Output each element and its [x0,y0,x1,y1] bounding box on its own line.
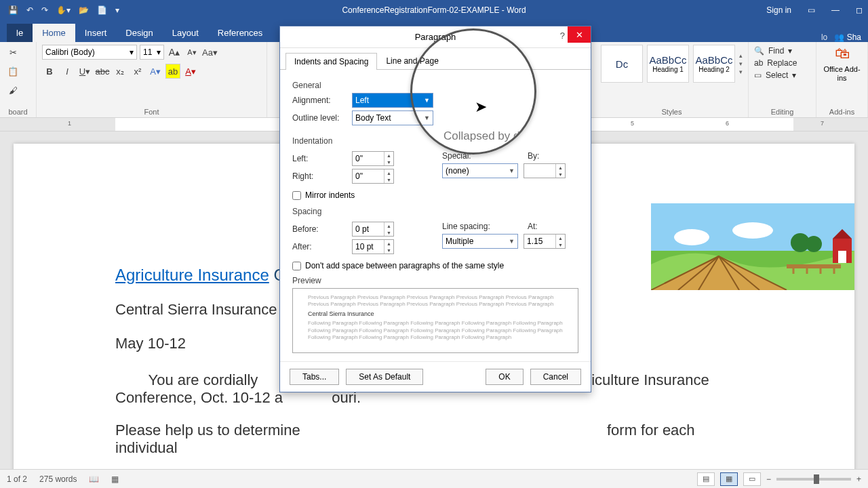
after-spinner[interactable]: 10 pt▲▼ [352,239,394,254]
font-name-combo[interactable]: Calibri (Body)▾ [42,45,137,60]
at-spinner[interactable]: 1.15▲▼ [524,234,566,249]
by-label: By: [528,151,555,161]
superscript-button[interactable]: x² [130,64,145,79]
indent-right-spinner[interactable]: 0"▲▼ [352,169,394,184]
indent-left-spinner[interactable]: 0"▲▼ [352,151,394,166]
outline-combo[interactable]: Body Text▼ [352,110,433,125]
addins-button[interactable]: Office Add-ins [822,65,862,83]
set-default-button[interactable]: Set As Default [346,369,423,385]
dialog-tab-linepage[interactable]: Line and Page [377,52,447,69]
special-combo[interactable]: (none)▼ [442,163,518,178]
zoom-in-button[interactable]: + [856,474,861,484]
help-icon[interactable]: ? [560,30,565,41]
signin-link[interactable]: Sign in [766,5,791,15]
style-box[interactable]: Dc [601,45,643,83]
tab-file[interactable]: le [7,24,33,42]
styles-more-icon[interactable]: ▾ [739,68,743,75]
page-count[interactable]: 1 of 2 [7,474,27,484]
group-styles-label: Styles [601,106,743,116]
cut-icon[interactable]: ✂ [5,45,20,60]
section-general: General [292,81,578,90]
styles-gallery[interactable]: Dc AaBbCcHeading 1 AaBbCcHeading 2 ▴▾▾ [601,45,743,83]
cancel-button[interactable]: Cancel [530,369,581,385]
bold-button[interactable]: B [42,64,57,79]
spellcheck-icon[interactable]: 📖 [89,474,99,484]
font-size-combo[interactable]: 11▾ [140,45,164,60]
linespacing-combo[interactable]: Multiple▼ [442,234,518,249]
indent-left-label: Left: [292,154,347,163]
style-box[interactable]: AaBbCcHeading 1 [647,45,689,83]
read-mode-button[interactable]: ▤ [697,472,715,486]
replace-button[interactable]: abReplace [754,57,810,69]
grow-font-icon[interactable]: A▴ [167,45,182,60]
section-preview: Preview [292,276,578,285]
subscript-button[interactable]: x₂ [113,64,127,79]
qat-dropdown-icon[interactable]: ▾ [115,5,119,15]
status-bar: 1 of 2 275 words 📖 ▦ ▤ ▦ ▭ − + [0,469,868,488]
italic-button[interactable]: I [60,64,75,79]
store-icon[interactable]: 🛍 [835,45,850,62]
underline-button[interactable]: U▾ [77,64,92,79]
document-paragraph[interactable]: Please help us to determine form for eac… [115,422,753,457]
group-addins-label: Add-ins [822,106,862,116]
open-icon[interactable]: 📂 [79,5,89,15]
tab-layout[interactable]: Layout [163,24,208,42]
ok-button[interactable]: OK [486,369,523,385]
chevron-down-icon: ▼ [509,167,515,174]
zoom-out-button[interactable]: − [766,474,771,484]
tab-insert[interactable]: Insert [75,24,117,42]
before-spinner[interactable]: 0 pt▲▼ [352,222,394,237]
styles-up-icon[interactable]: ▴ [739,52,743,59]
group-editing-label: Editing [754,106,810,116]
app-titlebar: 💾 ↶ ↷ ✋▾ 📂 📄 ▾ ConferenceRegistrationFor… [0,0,868,20]
tab-home[interactable]: Home [33,24,75,42]
text-effects-icon[interactable]: A▾ [148,64,163,79]
change-case-icon[interactable]: Aa▾ [202,45,217,60]
dont-add-space-checkbox[interactable] [292,262,301,270]
new-doc-icon[interactable]: 📄 [97,5,107,15]
copy-icon[interactable]: 📋 [5,64,20,79]
svg-point-7 [674,229,709,245]
font-color-icon[interactable]: A▾ [183,64,198,79]
after-label: After: [292,242,347,251]
word-count[interactable]: 275 words [39,474,77,484]
outline-label: Outline level: [292,113,347,123]
find-button[interactable]: 🔍Find ▾ [754,45,810,57]
zoom-slider[interactable] [776,478,851,481]
special-label: Special: [442,151,481,161]
minimize-icon[interactable]: — [831,5,840,15]
touch-mode-icon[interactable]: ✋▾ [56,5,71,15]
farm-illustration[interactable] [651,203,854,290]
ribbon-options-icon[interactable]: ▭ [808,5,815,15]
maximize-icon[interactable]: ◻ [856,5,863,15]
redo-icon[interactable]: ↷ [41,5,48,15]
by-spinner[interactable]: ▲▼ [524,163,566,178]
strikethrough-button[interactable]: abc [95,64,110,79]
tab-references[interactable]: References [208,24,272,42]
document-title: ConferenceRegistrationForm-02-EXAMPLE - … [342,5,526,15]
tab-design[interactable]: Design [116,24,162,42]
undo-icon[interactable]: ↶ [26,5,33,15]
styles-down-icon[interactable]: ▾ [739,60,743,67]
web-layout-button[interactable]: ▭ [743,472,761,486]
select-button[interactable]: ▭Select ▾ [754,69,810,81]
tell-me-icon[interactable]: lo [821,33,827,42]
svg-rect-13 [838,251,846,263]
alignment-combo[interactable]: Left▼ [352,93,433,108]
chevron-down-icon: ▾ [157,47,161,57]
style-box[interactable]: AaBbCcHeading 2 [693,45,735,83]
macro-icon[interactable]: ▦ [111,474,119,484]
cursor-icon: ▭ [754,70,762,80]
format-painter-icon[interactable]: 🖌 [5,83,20,98]
mirror-indents-checkbox[interactable] [292,191,301,200]
share-button[interactable]: 👥 Sha [834,33,861,42]
linespacing-label: Line spacing: [442,222,496,231]
tabs-button[interactable]: Tabs... [290,369,339,385]
shrink-font-icon[interactable]: A▾ [184,45,199,60]
highlight-icon[interactable]: ab [165,64,180,79]
close-icon[interactable]: ✕ [568,26,591,43]
print-layout-button[interactable]: ▦ [720,472,738,486]
dialog-tab-indents[interactable]: Indents and Spacing [285,53,377,70]
preview-box: Previous Paragraph Previous Paragraph Pr… [292,288,578,353]
save-icon[interactable]: 💾 [8,5,18,15]
